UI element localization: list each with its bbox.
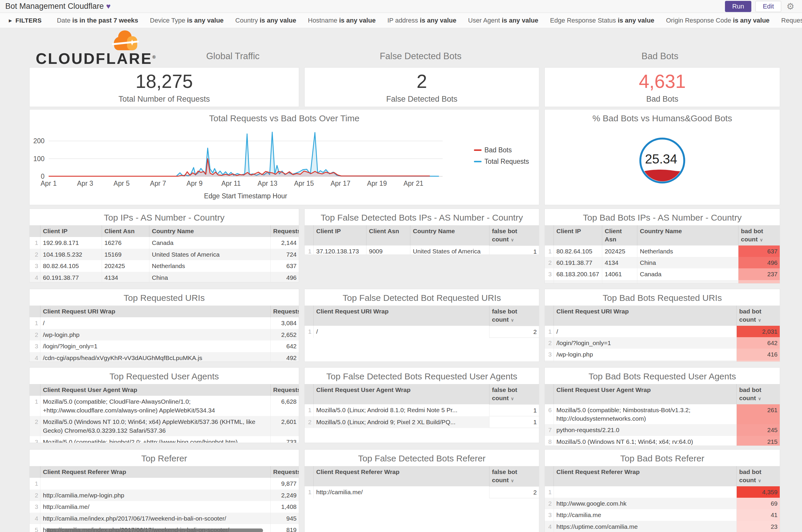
chart-row: Total Requests vs Bad Bots Over Time 010… bbox=[29, 109, 802, 205]
ua-tables-row: Top Requested User Agents Client Request… bbox=[29, 367, 802, 446]
column-header[interactable]: false bot count∨ bbox=[489, 384, 539, 404]
value-cell: 1,408 bbox=[270, 501, 299, 512]
column-header[interactable]: Client IP bbox=[313, 225, 366, 246]
column-header[interactable]: Client Request Referer Wrap bbox=[313, 466, 489, 486]
column-header[interactable]: Requests∨ bbox=[270, 466, 299, 478]
column-header[interactable]: Country Name bbox=[149, 225, 270, 237]
column-header[interactable]: false bot count∨ bbox=[489, 306, 539, 326]
run-button[interactable]: Run bbox=[725, 1, 751, 12]
filter-item[interactable]: Date is in the past 7 weeks bbox=[57, 17, 138, 24]
table-row: 8Mozilla/5.0 (Windows NT 6.1; Win64; x64… bbox=[545, 436, 780, 446]
column-header[interactable]: Client Request URI Wrap bbox=[313, 306, 489, 326]
column-header[interactable]: Client Asn bbox=[602, 225, 637, 246]
table-cell: http://camilia.me bbox=[554, 509, 737, 520]
line-chart[interactable]: 0100200Apr 1Apr 3Apr 5Apr 7Apr 9Apr 11Ap… bbox=[30, 126, 539, 191]
column-header[interactable]: Client Request Referer Wrap bbox=[40, 466, 270, 478]
filter-item[interactable]: IP address is any value bbox=[387, 17, 456, 24]
value-cell: 496 bbox=[270, 272, 299, 282]
column-header[interactable]: false bot count∨ bbox=[489, 225, 539, 246]
column-header[interactable]: Requests∨ bbox=[270, 225, 299, 237]
table-row: 1http://camilia.me/2 bbox=[305, 486, 539, 498]
table-cell: /cdn-cgi/apps/head/xVgyKhR-vV3dAUGhMqfBc… bbox=[40, 352, 270, 362]
top-bar: Bot Management Cloudflare ♥ Run Edit ⚙ bbox=[0, 0, 802, 13]
value-cell: 3,084 bbox=[270, 317, 299, 329]
row-index-header bbox=[305, 225, 313, 246]
table-cell bbox=[554, 486, 737, 498]
table-title: Top Bad Bots Referer bbox=[545, 450, 780, 466]
column-header[interactable]: false bot count∨ bbox=[489, 466, 539, 486]
table-cell: 202425 bbox=[602, 246, 637, 257]
column-header[interactable]: Client IP bbox=[554, 225, 602, 246]
column-header[interactable]: Client Request User Agent Wrap bbox=[40, 384, 270, 396]
horizontal-scrollbar[interactable] bbox=[46, 529, 263, 532]
column-header[interactable]: Country Name bbox=[410, 225, 489, 246]
value-cell: 261 bbox=[737, 404, 780, 424]
column-header[interactable]: Client Request URI Wrap bbox=[554, 306, 737, 326]
row-index-header bbox=[305, 384, 313, 404]
column-header[interactable]: bad bot count∨ bbox=[737, 306, 780, 326]
table-row: 368.183.200.16714061Canada237 bbox=[545, 268, 780, 280]
table-cell: Mozilla/5.0 (Windows NT 6.1; Win64; x64;… bbox=[554, 436, 737, 446]
filter-item[interactable]: Origin Response Code is any value bbox=[666, 17, 769, 24]
gauge-value: 25.34 bbox=[645, 152, 677, 166]
filter-item[interactable]: Edge Response Status is any value bbox=[550, 17, 654, 24]
uri-tables-row: Top Requested URIs Client Request URI Wr… bbox=[29, 289, 802, 362]
table-row: 2/login/?login_only=1642 bbox=[545, 337, 780, 348]
table-title: Top Requested URIs bbox=[30, 289, 299, 306]
data-table: Client Request User Agent Wrapbad bot co… bbox=[545, 384, 780, 446]
legend-swatch bbox=[474, 149, 481, 151]
filter-item[interactable]: Device Type is any value bbox=[150, 17, 224, 24]
table-row: 180.82.64.105202425Netherlands637 bbox=[545, 246, 780, 257]
filter-item[interactable]: Country is any value bbox=[235, 17, 296, 24]
column-header[interactable]: Client Request User Agent Wrap bbox=[313, 384, 489, 404]
svg-text:200: 200 bbox=[33, 137, 44, 145]
column-header[interactable]: Client Request URI Wrap bbox=[40, 306, 270, 317]
column-header[interactable]: Client Asn bbox=[102, 225, 149, 237]
column-header[interactable]: Client Asn bbox=[366, 225, 410, 246]
table-row: 2http://www.google.com.hk69 bbox=[545, 498, 780, 509]
column-header[interactable]: bad bot count∨ bbox=[737, 384, 780, 404]
row-index: 4 bbox=[545, 280, 554, 284]
column-header[interactable]: Client Request Referer Wrap bbox=[554, 466, 737, 486]
row-index: 1 bbox=[545, 246, 554, 257]
svg-text:Apr 1: Apr 1 bbox=[41, 179, 57, 187]
table-cell bbox=[40, 478, 270, 489]
row-index: 4 bbox=[30, 272, 40, 282]
value-cell: 1 bbox=[489, 404, 539, 416]
column-header[interactable]: Requests∨ bbox=[270, 384, 299, 396]
row-index: 1 bbox=[30, 396, 40, 416]
table-cell: Canada bbox=[149, 237, 270, 248]
sort-descending-icon: ∨ bbox=[758, 478, 761, 483]
column-header[interactable]: Requests∨ bbox=[270, 306, 299, 317]
table-row: 2/wp-login.php2,652 bbox=[30, 329, 299, 340]
table-cell: http://camilia.me/index.php/2017/06/17/w… bbox=[40, 513, 270, 524]
table-cell: 80.82.64.105 bbox=[554, 246, 602, 257]
cloudflare-cloud-icon bbox=[98, 29, 153, 52]
legend-item[interactable]: Bad Bots bbox=[474, 146, 529, 154]
table-tile-false-bot-ips: Top False Detected Bots IPs - AS Number … bbox=[304, 209, 539, 255]
gear-icon[interactable]: ⚙ bbox=[786, 1, 795, 12]
column-header[interactable]: Client IP bbox=[40, 225, 102, 237]
table-cell: China bbox=[637, 257, 738, 268]
column-header[interactable]: bad bot count∨ bbox=[737, 466, 780, 486]
table-cell: 60.191.38.77 bbox=[554, 257, 602, 268]
filter-item[interactable]: User Agent is any value bbox=[468, 17, 538, 24]
table-tile-bad-bot-user-agents: Top Bad Bots Requested User Agents Clien… bbox=[545, 367, 780, 446]
svg-text:Apr 3: Apr 3 bbox=[77, 179, 93, 187]
table-row: 3/wp-login.php416 bbox=[545, 348, 780, 360]
column-header[interactable]: bad bot count∨ bbox=[738, 225, 780, 246]
svg-text:Apr 17: Apr 17 bbox=[330, 179, 350, 187]
filters-expand-icon[interactable]: ▶ bbox=[9, 18, 12, 23]
filter-item[interactable]: Hostname is any value bbox=[308, 17, 376, 24]
table-cell: 4134 bbox=[602, 257, 637, 268]
column-header[interactable]: Client Request User Agent Wrap bbox=[554, 384, 737, 404]
data-table: Client IPClient AsnCountry Namebad bot c… bbox=[545, 225, 780, 284]
value-cell: 1 bbox=[489, 246, 539, 255]
edit-button[interactable]: Edit bbox=[756, 1, 781, 12]
legend-item[interactable]: Total Requests bbox=[474, 158, 529, 166]
filter-item[interactable]: Request URI is any value bbox=[781, 17, 802, 24]
column-header[interactable]: Country Name bbox=[637, 225, 738, 246]
row-index-header bbox=[30, 225, 40, 237]
value-cell: 945 bbox=[270, 513, 299, 524]
section-title-global-traffic: Global Traffic bbox=[206, 51, 260, 61]
